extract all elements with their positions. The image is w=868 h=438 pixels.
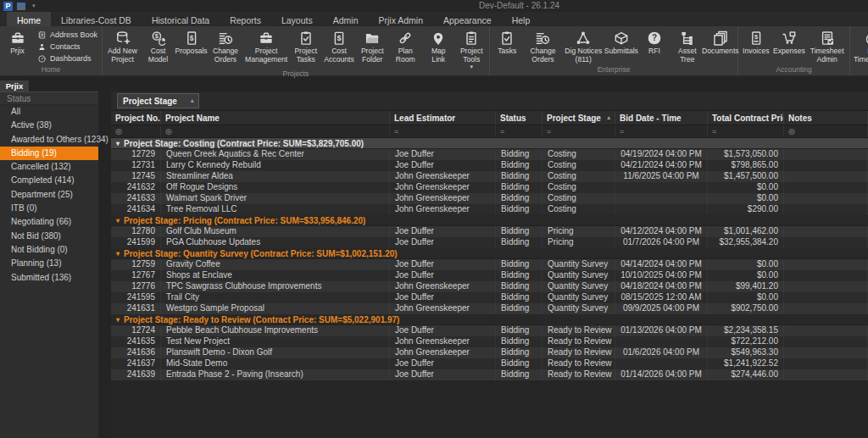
sidebar-item-department-25[interactable]: Department (25) [0, 188, 98, 202]
filter-cell-project-name[interactable]: ◎ [161, 125, 390, 137]
filter-cell-project-no[interactable]: ◎ [111, 125, 161, 137]
table-row[interactable]: 12729Queen Creek Aquatics & Rec CenterJo… [111, 149, 868, 160]
ribbon-button-timesheet-admin[interactable]: Timesheet Admin [805, 26, 849, 66]
equals-filter-icon[interactable]: = [712, 127, 716, 136]
menu-tab-admin[interactable]: Admin [323, 12, 369, 26]
ribbon-button-contacts[interactable]: Contacts [37, 42, 97, 52]
collapse-arrow-icon[interactable]: ▾ [116, 217, 120, 225]
ribbon-button-dashboards[interactable]: Dashboards [37, 53, 97, 64]
column-header-project-no[interactable]: Project No. [111, 111, 161, 125]
ribbon-button-rfi[interactable]: ?RFI [637, 26, 670, 66]
sidebar-item-active-38[interactable]: Active (38) [0, 119, 98, 132]
sidebar-item-awarded-to-others-1234[interactable]: Awarded to Others (1234) [0, 133, 98, 147]
sidebar-item-planning-13[interactable]: Planning (13) [0, 257, 98, 270]
table-row[interactable]: 12724Pebble Beach Clubhouse Improvements… [111, 325, 868, 336]
table-row[interactable]: 12776TPC Sawgrass Clubhouse Improvements… [111, 281, 868, 292]
column-header-project-stage[interactable]: Project Stage▴ [542, 111, 615, 125]
sidebar-item-not-bid-380[interactable]: Not Bid (380) [0, 230, 98, 243]
column-header-lead-estimator[interactable]: Lead Estimator [390, 111, 496, 125]
table-row[interactable]: 241632Off Rogue DesignsJohn Greenskeeper… [111, 182, 868, 193]
sidebar-item-submitted-136[interactable]: Submitted (136) [0, 271, 98, 285]
ribbon-button-my-timesheets[interactable]: My Timesheets [851, 26, 868, 66]
menu-tab-prjix-admin[interactable]: Prjix Admin [368, 12, 433, 26]
ribbon-button-prjix[interactable]: Prjix [1, 26, 34, 66]
filter-cell-notes[interactable]: ◎ [784, 125, 868, 137]
collapse-arrow-icon[interactable]: ▾ [116, 250, 120, 258]
sidebar-tab-prjix[interactable]: Prjix [0, 80, 29, 91]
column-header-notes[interactable]: Notes [784, 111, 868, 125]
table-row[interactable]: 241595Trail CityJoe DufferBiddingQuantit… [111, 292, 868, 303]
column-header-bid-date-time[interactable]: Bid Date - Time [615, 111, 708, 125]
menu-tab-reports[interactable]: Reports [220, 12, 271, 26]
ribbon-button-expenses[interactable]: Expenses [772, 26, 805, 66]
menu-tab-historical-data[interactable]: Historical Data [142, 12, 220, 26]
column-header-status[interactable]: Status [496, 111, 542, 125]
ribbon-button-cost-accounts[interactable]: $Cost Accounts [322, 26, 356, 70]
ribbon-button-address-book[interactable]: Address Book [37, 30, 97, 40]
column-header-project-name[interactable]: Project Name [161, 111, 390, 125]
collapse-arrow-icon[interactable]: ▾ [116, 316, 120, 324]
ribbon-button-submittals[interactable]: Submittals [604, 26, 637, 66]
sidebar-item-itb-0[interactable]: ITB (0) [0, 202, 98, 215]
sidebar-item-completed-414[interactable]: Completed (414) [0, 174, 98, 187]
ribbon-button-change-orders[interactable]: Change Orders [208, 26, 243, 70]
table-row[interactable]: 241636Planswift Demo - Dixon GolfJohn Gr… [111, 347, 868, 358]
filter-cell-bid-date-time[interactable]: = [615, 125, 708, 137]
ribbon-button-tasks[interactable]: Tasks [491, 26, 524, 66]
menu-tab-layouts[interactable]: Layouts [271, 12, 323, 26]
sidebar-item-negotiating-66[interactable]: Negotiating (66) [0, 215, 98, 229]
ribbon-button-add-new-project[interactable]: Add New Project [103, 26, 142, 70]
quick-access-dropdown-icon[interactable]: ▾ [32, 3, 36, 9]
table-row[interactable]: 12759Gravity CoffeeJoe DufferBiddingQuan… [111, 259, 868, 270]
group-row[interactable]: ▾Project Stage: Quantity Survey (Contrac… [111, 248, 868, 259]
sidebar-item-not-bidding-0[interactable]: Not Bidding (0) [0, 243, 98, 257]
sidebar-item-all[interactable]: All [0, 105, 98, 119]
table-row[interactable]: 12731Larry C Kennedy RebuildJoe DufferBi… [111, 160, 868, 171]
filter-cell-lead-estimator[interactable]: = [390, 125, 496, 137]
table-row[interactable]: 12780Golf Club MuseumJoe DufferBiddingPr… [111, 226, 868, 237]
equals-filter-icon[interactable]: = [500, 127, 504, 136]
menu-tab-appearance[interactable]: Appearance [433, 12, 502, 26]
table-row[interactable]: 241599PGA Clubhouse UpdatesJoe DufferBid… [111, 237, 868, 248]
ribbon-button-change-orders[interactable]: Change Orders [524, 26, 562, 66]
table-row[interactable]: 241631Westgro Sample ProposalJohn Greens… [111, 303, 868, 314]
equals-filter-icon[interactable]: = [547, 127, 551, 136]
menu-tab-help[interactable]: Help [502, 12, 541, 26]
table-row[interactable]: 12745Streamliner AldeaJohn GreenskeeperB… [111, 171, 868, 182]
sidebar-item-bidding-19[interactable]: Bidding (19) [0, 147, 98, 160]
window-icon[interactable] [17, 3, 25, 10]
ribbon-button-cost-model[interactable]: $Cost Model [142, 26, 175, 70]
table-row[interactable]: 241634Tree Removal LLCJohn GreenskeeperB… [111, 204, 868, 215]
equals-filter-icon[interactable]: = [394, 127, 398, 136]
ribbon-button-invoices[interactable]: $Invoices [739, 26, 772, 66]
group-row[interactable]: ▾Project Stage: Costing (Contract Price:… [111, 138, 868, 149]
filter-cell-total-contract-price[interactable]: = [708, 125, 784, 137]
group-row[interactable]: ▾Project Stage: Ready to Review (Contrac… [111, 314, 868, 325]
filter-cell-project-stage[interactable]: = [542, 125, 615, 137]
ribbon-button-project-folder[interactable]: Project Folder [356, 26, 389, 70]
collapse-arrow-icon[interactable]: ▾ [116, 140, 120, 147]
table-row[interactable]: 241639Entrada Phase 2 - Paving (Insearch… [111, 369, 868, 380]
table-row[interactable]: 241635Test New ProjectJohn GreenskeeperB… [111, 336, 868, 347]
sidebar-item-cancelled-132[interactable]: Cancelled (132) [0, 160, 98, 174]
ribbon-button-documents[interactable]: Documents [704, 26, 737, 66]
group-by-chip-project-stage[interactable]: Project Stage ▴ [117, 93, 199, 108]
table-row[interactable]: 241637Mid-State DemoJoe DufferBiddingRea… [111, 358, 868, 369]
ribbon-button-proposals[interactable]: $Proposals [175, 26, 208, 70]
menu-tab-home[interactable]: Home [7, 12, 51, 26]
ribbon-button-plan-room[interactable]: Plan Room [389, 26, 422, 70]
ribbon-button-asset-tree[interactable]: Asset Tree [670, 26, 704, 66]
table-row[interactable]: 241633Walmart Spark DriverJohn Greenskee… [111, 193, 868, 204]
ribbon-button-map-link[interactable]: Map Link [422, 26, 455, 70]
filter-cell-status[interactable]: = [496, 125, 542, 137]
text-filter-icon[interactable]: ◎ [165, 127, 172, 136]
table-row[interactable]: 12767Shops at EnclaveJoe DufferBiddingQu… [111, 270, 868, 281]
ribbon-button-dig-notices-811[interactable]: Dig Notices (811) [562, 26, 604, 66]
ribbon-button-project-tasks[interactable]: Project Tasks [289, 26, 322, 70]
ribbon-button-project-management[interactable]: Project Management [243, 26, 289, 70]
group-row[interactable]: ▾Project Stage: Pricing (Contract Price:… [111, 215, 868, 226]
text-filter-icon[interactable]: ◎ [115, 127, 122, 136]
ribbon-button-project-tools[interactable]: Project Tools▾ [455, 26, 488, 70]
equals-filter-icon[interactable]: = [620, 127, 624, 136]
menu-tab-libraries-cost-db[interactable]: Libraries-Cost DB [51, 12, 142, 26]
